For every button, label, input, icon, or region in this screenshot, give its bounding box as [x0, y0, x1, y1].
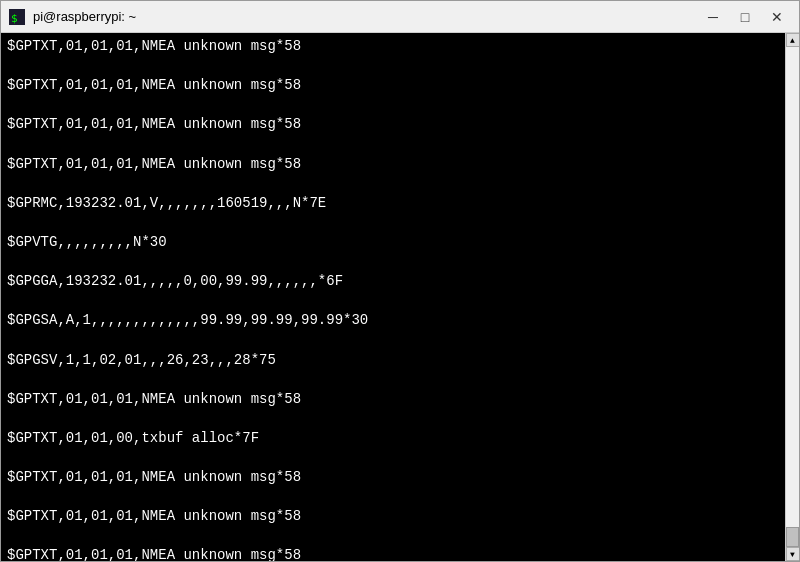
terminal-line — [7, 409, 779, 429]
terminal-line: $GPTXT,01,01,01,NMEA unknown msg*58 — [7, 546, 779, 561]
terminal-line: $GPTXT,01,01,01,NMEA unknown msg*58 — [7, 468, 779, 488]
minimize-button[interactable]: ─ — [699, 6, 727, 28]
close-button[interactable]: ✕ — [763, 6, 791, 28]
terminal-line: $GPTXT,01,01,01,NMEA unknown msg*58 — [7, 115, 779, 135]
title-bar: $ pi@raspberrypi: ~ ─ □ ✕ — [1, 1, 799, 33]
terminal-wrapper: $GPTXT,01,01,01,NMEA unknown msg*58$GPTX… — [1, 33, 799, 561]
terminal-line: $GPTXT,01,01,00,txbuf alloc*7F — [7, 429, 779, 449]
scrollbar: ▲ ▼ — [785, 33, 799, 561]
terminal-line — [7, 370, 779, 390]
terminal-line — [7, 331, 779, 351]
terminal-line — [7, 527, 779, 547]
scroll-up-button[interactable]: ▲ — [786, 33, 800, 47]
terminal-icon: $ — [9, 9, 25, 25]
terminal-line: $GPGSA,A,1,,,,,,,,,,,,,99.99,99.99,99.99… — [7, 311, 779, 331]
terminal-line: $GPTXT,01,01,01,NMEA unknown msg*58 — [7, 507, 779, 527]
terminal-line: $GPGSV,1,1,02,01,,,26,23,,,28*75 — [7, 351, 779, 371]
scrollbar-track[interactable] — [786, 47, 799, 547]
scroll-down-button[interactable]: ▼ — [786, 547, 800, 561]
terminal-line: $GPTXT,01,01,01,NMEA unknown msg*58 — [7, 390, 779, 410]
terminal-line: $GPGGA,193232.01,,,,,0,00,99.99,,,,,,*6F — [7, 272, 779, 292]
terminal-line — [7, 96, 779, 116]
terminal-line: $GPTXT,01,01,01,NMEA unknown msg*58 — [7, 155, 779, 175]
terminal-line — [7, 292, 779, 312]
terminal-line — [7, 174, 779, 194]
svg-text:$: $ — [11, 12, 18, 25]
terminal-line — [7, 488, 779, 508]
terminal-line: $GPTXT,01,01,01,NMEA unknown msg*58 — [7, 76, 779, 96]
maximize-button[interactable]: □ — [731, 6, 759, 28]
terminal-line: $GPRMC,193232.01,V,,,,,,,160519,,,N*7E — [7, 194, 779, 214]
title-bar-left: $ pi@raspberrypi: ~ — [9, 9, 136, 25]
terminal-line — [7, 253, 779, 273]
terminal-output[interactable]: $GPTXT,01,01,01,NMEA unknown msg*58$GPTX… — [1, 33, 785, 561]
scrollbar-thumb[interactable] — [786, 527, 799, 547]
terminal-line — [7, 135, 779, 155]
terminal-line — [7, 57, 779, 77]
window-title: pi@raspberrypi: ~ — [33, 9, 136, 24]
terminal-line — [7, 213, 779, 233]
window-controls: ─ □ ✕ — [699, 6, 791, 28]
terminal-line: $GPTXT,01,01,01,NMEA unknown msg*58 — [7, 37, 779, 57]
terminal-window: $ pi@raspberrypi: ~ ─ □ ✕ $GPTXT,01,01,0… — [0, 0, 800, 562]
terminal-line: $GPVTG,,,,,,,,,N*30 — [7, 233, 779, 253]
terminal-line — [7, 448, 779, 468]
